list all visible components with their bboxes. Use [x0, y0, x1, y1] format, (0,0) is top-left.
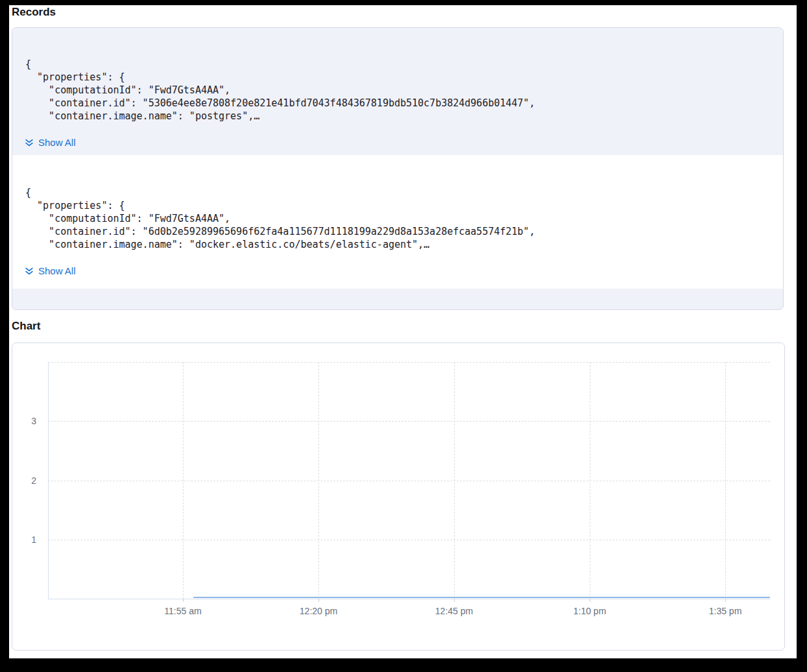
screenshot-root: { "page": { "records": { "title": "Recor… — [0, 0, 807, 672]
y-tick-label: 1 — [16, 534, 36, 546]
record-json-preview: { "properties": { "computationId": "Fwd7… — [12, 155, 783, 251]
show-all-button[interactable]: Show All — [24, 265, 76, 278]
x-tick-mark — [183, 599, 184, 602]
x-tick-mark — [319, 599, 319, 602]
chart-heading: Chart — [12, 320, 40, 333]
x-tick-label: 12:45 pm — [425, 605, 483, 617]
records-card: { "properties": { "computationId": "Fwd7… — [12, 27, 784, 310]
x-tick-mark — [725, 599, 726, 602]
chart-plot-area[interactable] — [49, 362, 770, 599]
double-chevron-down-icon — [24, 266, 34, 276]
x-tick-label: 1:10 pm — [560, 605, 619, 617]
record-item: { "properties": { "computationId": "Fwd7… — [12, 28, 783, 155]
record-json-preview: { "properties": { "computationId": "Fwd7… — [12, 28, 783, 123]
show-all-label: Show All — [38, 265, 76, 278]
chart-card: 3 2 1 11:55 am 12:20 pm 12:45 pm 1:10 pm… — [12, 342, 785, 651]
record-item: { "properties": { "computationId": "Fwd7… — [12, 155, 783, 289]
x-tick-label: 1:35 pm — [696, 605, 754, 617]
x-tick-label: 11:55 am — [154, 605, 212, 617]
y-tick-label: 2 — [16, 475, 36, 486]
x-tick-mark — [454, 599, 455, 602]
page: Records { "properties": { "computationId… — [9, 5, 797, 658]
records-heading: Records — [12, 6, 56, 19]
x-tick-label: 12:20 pm — [289, 605, 348, 617]
y-tick-label: 3 — [16, 415, 36, 427]
x-tick-mark — [590, 599, 590, 602]
double-chevron-down-icon — [24, 138, 34, 148]
x-axis-line — [48, 599, 770, 599]
show-all-label: Show All — [38, 136, 76, 149]
show-all-button[interactable]: Show All — [24, 136, 76, 149]
